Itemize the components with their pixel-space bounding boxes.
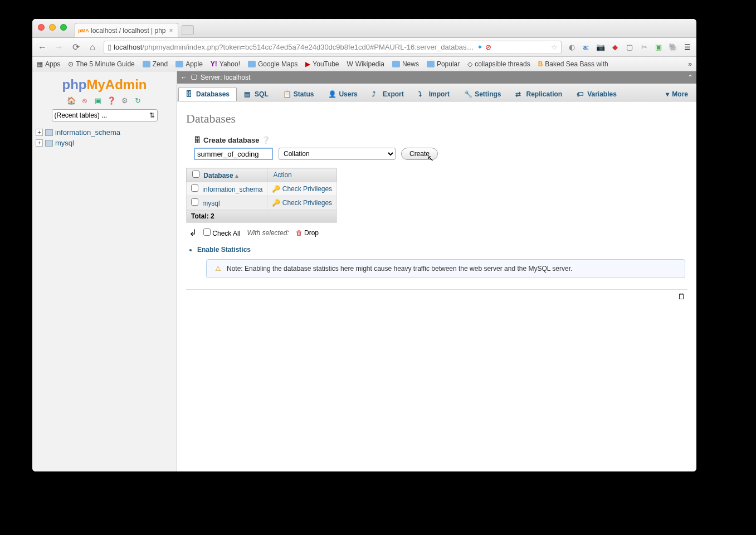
tab-sql[interactable]: ▤SQL <box>237 87 276 101</box>
check-privileges-link[interactable]: Check Privileges <box>282 185 332 193</box>
check-all-checkbox[interactable] <box>203 228 211 236</box>
bookmark-item[interactable]: BBaked Sea Bass with <box>538 60 608 68</box>
drop-link[interactable]: 🗑 Drop <box>296 229 319 237</box>
main: ← 🖵 Server: localhost ⌃ 🗄Databases ▤SQL … <box>177 71 696 471</box>
recent-tables-select[interactable]: (Recent tables) ... ⇅ <box>52 109 158 121</box>
expand-icon[interactable]: + <box>36 129 43 136</box>
tab-databases[interactable]: 🗄Databases <box>178 87 237 101</box>
new-tab-button[interactable] <box>182 25 194 35</box>
with-selected-label: With selected: <box>247 229 289 237</box>
databases-icon: 🗄 <box>186 90 193 98</box>
bookmark-item[interactable]: News <box>392 60 419 68</box>
home-icon[interactable]: 🏠 <box>67 96 76 105</box>
bookmark-item[interactable]: Popular <box>427 60 460 68</box>
bookmark-item[interactable]: Zend <box>143 60 168 68</box>
ext-icon[interactable]: ◆ <box>611 43 620 52</box>
logout-icon[interactable]: ⎋ <box>80 96 89 105</box>
close-tab-icon[interactable]: × <box>169 27 173 35</box>
tab-import[interactable]: ⤵Import <box>411 87 457 101</box>
reload-button[interactable]: ⟳ <box>70 42 81 52</box>
ext-icon[interactable]: ✂ <box>640 43 648 52</box>
bookmark-item[interactable]: Y!Yahoo! <box>211 60 240 68</box>
forward-button[interactable]: → <box>53 42 65 52</box>
expand-icon[interactable]: + <box>36 139 43 147</box>
docs-icon[interactable]: ❓ <box>107 96 116 105</box>
row-checkbox[interactable] <box>191 184 198 192</box>
tab-variables[interactable]: 🏷Variables <box>569 87 624 101</box>
ext-icon[interactable]: ▣ <box>654 43 663 52</box>
tab-replication[interactable]: ⇄Replication <box>508 87 569 101</box>
ext-icon[interactable]: ▢ <box>625 43 634 52</box>
bookmark-star-icon[interactable]: ☆ <box>551 43 558 51</box>
server-icon: 🖵 <box>191 74 197 81</box>
server-back-icon[interactable]: ← <box>181 74 187 81</box>
adblock-icon[interactable]: ⊘ <box>485 43 491 51</box>
sidebar-icon-row: 🏠 ⎋ ▣ ❓ ⚙ ↻ <box>32 96 177 105</box>
page-title: Databases <box>186 111 687 126</box>
sql-icon[interactable]: ▣ <box>94 96 103 105</box>
select-all-checkbox[interactable] <box>192 171 199 178</box>
sticky-note-icon[interactable]: 🗒 <box>677 292 685 301</box>
bookmark-item[interactable]: ⊙ The 5 Minute Guide <box>68 60 134 68</box>
ext-icon[interactable]: 🐘 <box>669 43 677 52</box>
bookmark-item[interactable]: ▶YouTube <box>305 60 339 68</box>
databases-table: Database ▴ Action information_schema 🔑 C… <box>186 168 337 223</box>
row-checkbox[interactable] <box>191 198 198 206</box>
ext-icon[interactable]: 📷 <box>596 43 605 52</box>
pma-shell: phpMyAdmin 🏠 ⎋ ▣ ❓ ⚙ ↻ (Recent tables) .… <box>32 71 696 471</box>
collapse-icon[interactable]: ⌃ <box>687 74 693 81</box>
zoom-window-icon[interactable] <box>60 24 67 31</box>
twitter-icon[interactable]: ✦ <box>477 43 483 51</box>
col-action: Action <box>267 168 337 182</box>
settings-icon: 🔧 <box>464 90 472 98</box>
divider <box>186 289 687 290</box>
address-bar[interactable]: ▯ localhost /phpmyadmin/index.php?token=… <box>104 41 562 54</box>
bookmark-item[interactable]: Apple <box>175 60 203 68</box>
drop-icon: 🗑 <box>296 229 303 237</box>
tab-status[interactable]: 📋Status <box>276 87 321 101</box>
content: Databases 🗄 Create database ❔ Collation … <box>177 101 696 471</box>
chevron-updown-icon: ⇅ <box>149 111 155 119</box>
db-link[interactable]: information_schema <box>202 186 262 193</box>
home-button[interactable]: ⌂ <box>87 42 98 52</box>
recent-tables-label: (Recent tables) ... <box>55 111 108 119</box>
db-tree-item[interactable]: +information_schema <box>36 127 173 138</box>
bookmark-apps[interactable]: ▦ Apps <box>37 60 60 68</box>
close-window-icon[interactable] <box>38 24 45 31</box>
reload-icon[interactable]: ↻ <box>134 96 143 105</box>
bookmark-item[interactable]: WWikipedia <box>347 60 384 68</box>
db-link[interactable]: mysql <box>202 200 220 207</box>
tab-users[interactable]: 👤Users <box>321 87 364 101</box>
privileges-icon: 🔑 <box>272 199 280 207</box>
back-button[interactable]: ← <box>37 42 48 52</box>
tab-more[interactable]: ▾More <box>659 87 695 101</box>
privileges-icon: 🔑 <box>272 185 280 193</box>
tab-settings[interactable]: 🔧Settings <box>457 87 508 101</box>
help-icon[interactable]: ❔ <box>261 136 270 144</box>
total-label: Total: 2 <box>187 210 267 223</box>
users-icon: 👤 <box>328 90 336 98</box>
ext-icon[interactable]: ◐ <box>567 43 576 52</box>
collation-select[interactable]: Collation <box>279 148 396 160</box>
col-database[interactable]: Database ▴ <box>187 168 267 182</box>
table-row: information_schema 🔑 Check Privileges <box>187 182 337 196</box>
db-name-input[interactable] <box>194 148 273 160</box>
browser-tab[interactable]: pMA localhost / localhost | php × <box>75 23 178 37</box>
tab-export[interactable]: ⤴Export <box>365 87 411 101</box>
bookmark-item[interactable]: ◇ collapsible threads <box>467 60 530 68</box>
create-button[interactable]: Create↖ <box>401 148 438 160</box>
settings-icon[interactable]: ⚙ <box>120 96 129 105</box>
sort-asc-icon: ▴ <box>235 172 238 179</box>
check-privileges-link[interactable]: Check Privileges <box>282 199 332 207</box>
warning-icon: ⚠ <box>213 264 222 273</box>
bookmark-item[interactable]: Google Maps <box>248 60 297 68</box>
server-label: Server: localhost <box>201 74 250 81</box>
minimize-window-icon[interactable] <box>49 24 56 31</box>
import-icon: ⤵ <box>418 90 426 98</box>
menu-icon[interactable]: ☰ <box>683 43 692 52</box>
titlebar: pMA localhost / localhost | php × <box>32 19 696 38</box>
bookmarks-overflow[interactable]: » <box>688 60 692 68</box>
ext-icon[interactable]: a: <box>582 43 591 52</box>
db-tree-item[interactable]: +mysql <box>36 138 173 148</box>
enable-statistics-link[interactable]: Enable Statistics <box>197 246 687 254</box>
